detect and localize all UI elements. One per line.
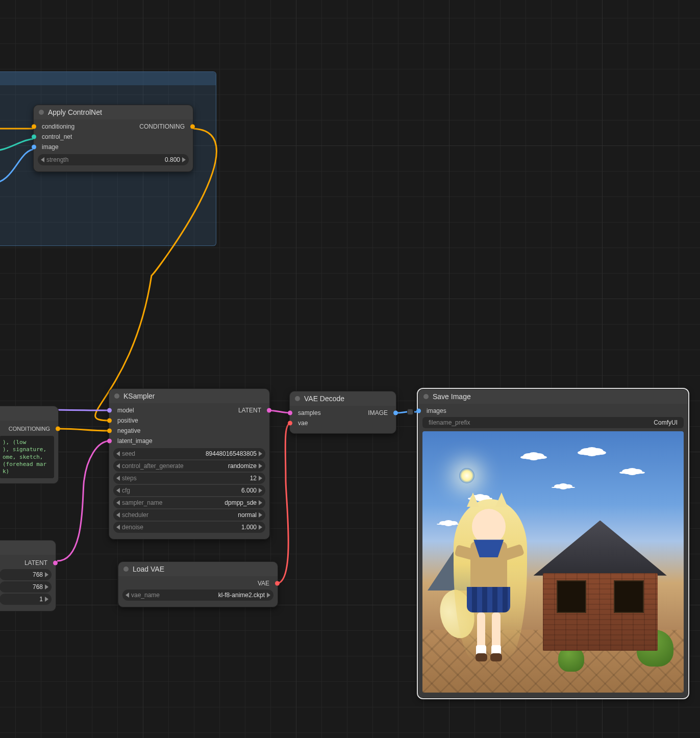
port-conditioning-in[interactable]: conditioning xyxy=(38,121,74,132)
arrow-right-icon[interactable] xyxy=(182,157,186,162)
port-image-in[interactable]: image xyxy=(38,142,59,152)
widget-value[interactable]: 894480165483805 xyxy=(206,450,257,457)
port-vae-in[interactable]: vae xyxy=(294,418,308,428)
widget-value[interactable]: randomize xyxy=(228,462,257,470)
node-title[interactable]: VAE Decode xyxy=(290,391,396,406)
node-ksampler[interactable]: KSampler model LATENT positive negative … xyxy=(109,388,270,539)
port-conditioning-out[interactable]: CONDITIONING xyxy=(139,121,189,132)
widget-steps[interactable]: steps 12 xyxy=(113,473,265,484)
node-load-vae[interactable]: Load VAE VAE vae_name kl-f8-anime2.ckpt xyxy=(118,561,278,607)
arrow-right-icon[interactable] xyxy=(259,488,262,493)
arrow-left-icon[interactable] xyxy=(116,463,120,469)
group-titlebar[interactable] xyxy=(0,72,216,85)
prompt-text[interactable]: ), (low ), signature, ome, sketch, (fore… xyxy=(0,436,54,478)
collapse-dot-icon[interactable] xyxy=(123,567,129,572)
widget-batch-size[interactable]: 1 xyxy=(0,594,52,605)
widget-label: cfg xyxy=(122,487,130,494)
port-label: VAE xyxy=(258,580,269,587)
widget-value[interactable]: 0.800 xyxy=(165,156,180,163)
widget-label: strength xyxy=(46,156,68,163)
arrow-left-icon[interactable] xyxy=(116,451,120,456)
node-title[interactable]: Save Image xyxy=(418,389,688,404)
port-label: vae xyxy=(298,420,308,427)
arrow-right-icon[interactable] xyxy=(259,463,262,469)
node-title[interactable]: KSampler xyxy=(109,389,269,403)
port-conditioning-out[interactable]: CONDITIONING xyxy=(0,424,54,434)
node-title[interactable]: Load VAE xyxy=(118,562,278,576)
node-title[interactable]: Apply ControlNet xyxy=(34,105,193,119)
widget-value[interactable]: 768 xyxy=(33,583,43,591)
port-negative-in[interactable]: negative xyxy=(113,426,140,436)
node-title-text: KSampler xyxy=(123,392,155,400)
arrow-right-icon[interactable] xyxy=(45,597,48,602)
arrow-left-icon[interactable] xyxy=(116,488,120,493)
widget-seed[interactable]: seed 894480165483805 xyxy=(113,448,265,459)
widget-sampler-name[interactable]: sampler_name dpmpp_sde xyxy=(113,497,265,508)
widget-value[interactable]: kl-f8-anime2.ckpt xyxy=(218,592,265,599)
node-vae-decode[interactable]: VAE Decode samples IMAGE vae xyxy=(289,391,396,434)
port-image-out[interactable]: IMAGE xyxy=(368,408,392,418)
port-label: LATENT xyxy=(238,407,261,414)
port-latent-image-in[interactable]: latent_image xyxy=(113,436,153,446)
port-samples-in[interactable]: samples xyxy=(294,408,321,418)
widget-label: seed xyxy=(122,450,135,457)
node-title-text: Save Image xyxy=(433,392,471,401)
port-model-in[interactable]: model xyxy=(113,405,134,415)
port-images-in[interactable]: images xyxy=(422,406,446,416)
node-empty-latent-image[interactable]: LATENT 768 768 1 xyxy=(0,540,56,611)
widget-value[interactable]: ComfyUI xyxy=(654,419,678,426)
port-label: CONDITIONING xyxy=(139,123,185,130)
widget-control-after-generate[interactable]: control_after_generate randomize xyxy=(113,460,265,472)
arrow-right-icon[interactable] xyxy=(259,525,262,530)
collapse-dot-icon[interactable] xyxy=(114,393,119,399)
widget-value[interactable]: 6.000 xyxy=(241,487,257,494)
widget-height[interactable]: 768 xyxy=(0,581,52,593)
widget-label: vae_name xyxy=(131,592,160,599)
arrow-left-icon[interactable] xyxy=(41,157,44,162)
widget-value[interactable]: 1.000 xyxy=(241,524,257,531)
widget-strength[interactable]: strength 0.800 xyxy=(38,154,189,165)
arrow-right-icon[interactable] xyxy=(259,512,262,518)
arrow-right-icon[interactable] xyxy=(259,500,262,505)
arrow-right-icon[interactable] xyxy=(267,593,270,598)
node-clip-text-encode-negative[interactable]: CONDITIONING ), (low ), signature, ome, … xyxy=(0,406,59,484)
port-label: model xyxy=(117,407,134,414)
widget-scheduler[interactable]: scheduler normal xyxy=(113,509,265,521)
port-latent-out[interactable]: LATENT xyxy=(0,558,52,568)
arrow-left-icon[interactable] xyxy=(126,593,129,598)
port-vae-out[interactable]: VAE xyxy=(258,578,273,588)
port-latent-out[interactable]: LATENT xyxy=(238,405,265,415)
widget-filename-prefix[interactable]: filename_prefix ComfyUI xyxy=(422,417,684,428)
reroute-node[interactable] xyxy=(407,409,413,415)
widget-label: control_after_generate xyxy=(122,462,184,470)
widget-value[interactable]: dpmpp_sde xyxy=(224,499,257,506)
arrow-right-icon[interactable] xyxy=(259,476,262,481)
arrow-right-icon[interactable] xyxy=(259,451,262,456)
widget-value[interactable]: 768 xyxy=(33,571,43,578)
widget-label: denoise xyxy=(122,524,143,531)
widget-value[interactable]: 1 xyxy=(39,596,43,603)
widget-vae-name[interactable]: vae_name kl-f8-anime2.ckpt xyxy=(122,589,273,601)
node-apply-controlnet[interactable]: Apply ControlNet conditioning CONDITIONI… xyxy=(33,105,193,172)
arrow-right-icon[interactable] xyxy=(45,584,48,589)
arrow-left-icon[interactable] xyxy=(116,476,120,481)
arrow-left-icon[interactable] xyxy=(116,512,120,518)
node-save-image[interactable]: Save Image images filename_prefix ComfyU… xyxy=(418,389,688,698)
arrow-left-icon[interactable] xyxy=(116,500,120,505)
arrow-right-icon[interactable] xyxy=(45,572,48,577)
widget-denoise[interactable]: denoise 1.000 xyxy=(113,522,265,533)
collapse-dot-icon[interactable] xyxy=(295,396,300,401)
widget-cfg[interactable]: cfg 6.000 xyxy=(113,485,265,496)
output-image-preview[interactable] xyxy=(422,431,684,693)
port-positive-in[interactable]: positive xyxy=(113,415,138,426)
widget-value[interactable]: normal xyxy=(238,511,257,519)
port-label: negative xyxy=(117,427,140,434)
port-label: conditioning xyxy=(42,123,74,130)
widget-value[interactable]: 12 xyxy=(250,475,257,482)
arrow-left-icon[interactable] xyxy=(116,525,120,530)
collapse-dot-icon[interactable] xyxy=(423,394,429,399)
widget-width[interactable]: 768 xyxy=(0,569,52,580)
collapse-dot-icon[interactable] xyxy=(39,110,44,115)
port-control-net-in[interactable]: control_net xyxy=(38,132,72,142)
port-label: LATENT xyxy=(24,559,47,567)
